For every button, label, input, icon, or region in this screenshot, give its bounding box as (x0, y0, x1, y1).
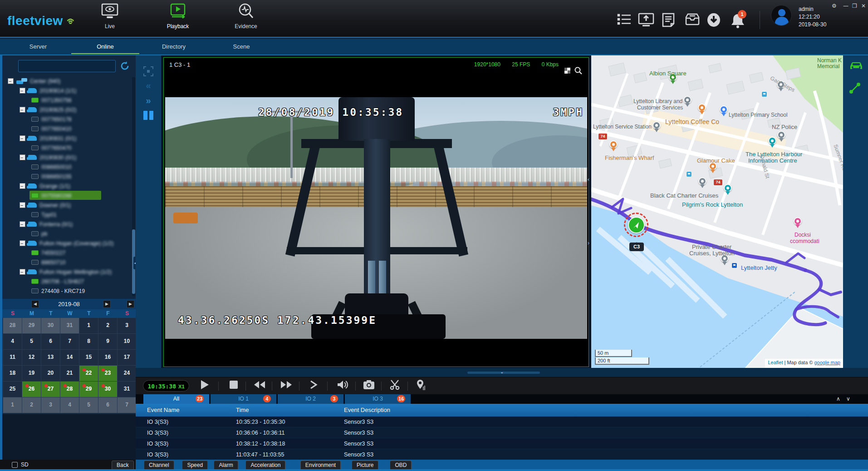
vehicle-mode-icon[interactable] (848, 60, 864, 73)
route-74-badge[interactable]: 74 (713, 179, 723, 186)
tree-device-item[interactable]: 74550227 (4, 248, 130, 258)
calendar-day[interactable]: 28 (3, 318, 22, 333)
sd-checkbox[interactable] (12, 462, 18, 468)
close-icon[interactable]: ✕ (861, 3, 866, 9)
tree-device-item[interactable]: Tpp01 (4, 210, 130, 219)
download-icon[interactable] (706, 13, 721, 27)
calendar-day[interactable]: 9 (98, 334, 117, 349)
step-forward-icon[interactable] (306, 379, 321, 393)
tree-device-item[interactable]: 88650710 (4, 258, 130, 267)
cafe-pin[interactable] (698, 104, 706, 112)
calendar-day[interactable]: 3 (41, 397, 60, 413)
calendar-day-with-recording[interactable]: 26 (22, 382, 41, 397)
restaurant-pin[interactable] (609, 140, 618, 149)
pause-icon[interactable] (142, 111, 155, 122)
alarm-button[interactable]: Alarm (214, 461, 238, 470)
tree-group-item[interactable]: 20190814 (1/1) (4, 86, 130, 95)
tree-expander-icon[interactable] (20, 240, 25, 246)
calendar-day[interactable]: 1 (3, 397, 22, 413)
tree-group-item[interactable]: 20190825 (0/2) (4, 105, 130, 114)
calendar-day[interactable]: 4 (60, 397, 79, 413)
google-map-link[interactable]: google map (814, 360, 841, 365)
refresh-icon[interactable] (119, 60, 130, 71)
castle-pin[interactable] (724, 184, 732, 192)
library-pin[interactable] (683, 96, 691, 104)
tree-device-item[interactable]: 274408 - KRC719 (4, 286, 130, 296)
tree-group-item[interactable]: Grange (1/1) (4, 181, 130, 191)
event-table-row[interactable]: IO 3(S3)10:36:06 - 10:36:11Sensor3 S3 (136, 427, 868, 438)
calendar-day[interactable]: 12 (22, 350, 41, 365)
calendar-day[interactable]: 11 (3, 350, 22, 365)
tree-expander-icon[interactable] (20, 221, 25, 227)
export-screen-icon[interactable] (638, 13, 653, 27)
ferry-icon[interactable] (731, 263, 737, 268)
tree-device-item[interactable]: 0075580288 (4, 191, 130, 200)
calendar-day[interactable]: 29 (22, 318, 41, 333)
calendar-prev-button[interactable]: ◀ (31, 300, 39, 308)
minimize-icon[interactable]: — (843, 3, 848, 9)
cruise-pin[interactable] (698, 177, 706, 185)
obd-button[interactable]: OBD (390, 461, 412, 470)
calendar-day-with-recording[interactable]: 23 (98, 366, 117, 381)
attraction-pin[interactable] (768, 137, 776, 145)
tree-group-item[interactable]: Fulton Hogan Wellington (1/2) (4, 267, 130, 277)
video-tile[interactable]: 1 C3 - 1 1920*1080 25 FPS 0 Kbps (163, 57, 589, 367)
zoom-icon[interactable] (574, 67, 582, 76)
tree-group-item[interactable]: Center (940) (4, 76, 130, 86)
event-table-row[interactable]: IO 3(S3)11:03:47 - 11:03:55Sensor3 S3 (136, 449, 868, 460)
tree-group-item[interactable]: 20190831 (0/1) (4, 134, 130, 143)
clip-icon[interactable] (387, 379, 402, 393)
calendar-day[interactable]: 6 (98, 397, 117, 413)
police-pin[interactable] (777, 131, 785, 139)
transit-icon[interactable] (686, 171, 692, 177)
track-link-icon[interactable] (848, 82, 861, 96)
back-button[interactable]: Back (112, 461, 134, 470)
lodging-pin[interactable] (794, 217, 802, 225)
calendar-day[interactable]: 25 (3, 382, 22, 397)
tree-device-item[interactable]: 260706 - LSH827 (4, 277, 130, 286)
fuel-pin[interactable] (652, 121, 661, 129)
event-table-row[interactable]: IO 3(S3)10:35:23 - 10:35:30Sensor3 S3 (136, 416, 868, 427)
expand-right-icon[interactable]: » (142, 95, 155, 106)
tree-expander-icon[interactable] (20, 107, 25, 113)
tree-group-item[interactable]: Fonterra (0/1) (4, 219, 130, 229)
event-tab-all[interactable]: All23 (143, 394, 209, 404)
map-pane[interactable]: Norman KMemorialAlbion SquareLyttelton L… (591, 55, 843, 368)
calendar-day[interactable]: 18 (3, 366, 22, 381)
stop-icon[interactable] (226, 379, 241, 393)
calendar-day[interactable]: 30 (41, 318, 60, 333)
volume-icon[interactable] (335, 379, 350, 393)
tree-device-item[interactable]: 0077650470 (4, 143, 130, 153)
rewind-icon[interactable] (252, 379, 267, 393)
tree-device-item[interactable]: pb (4, 229, 130, 238)
transit-icon[interactable] (761, 91, 767, 97)
calendar-next-year-button[interactable]: ▶ (127, 300, 134, 308)
calendar-day[interactable]: 21 (60, 366, 79, 381)
calendar-day-with-recording[interactable]: 29 (79, 382, 98, 397)
tree-device-item[interactable]: 0086650010 (4, 162, 130, 172)
nav-evidence[interactable]: Evidence (221, 3, 271, 30)
nav-live[interactable]: Live (85, 3, 135, 30)
tree-expander-icon[interactable] (20, 88, 25, 94)
picture-button[interactable]: Picture (352, 461, 378, 470)
tree-expander-icon[interactable] (20, 135, 25, 141)
tree-device-item[interactable]: 0086650155 (4, 172, 130, 181)
calendar-day[interactable]: 2 (22, 397, 41, 413)
calendar-day[interactable]: 7 (118, 397, 136, 413)
maximize-icon[interactable]: ❐ (852, 3, 857, 9)
grocery-pin[interactable] (720, 105, 728, 114)
list-icon[interactable] (617, 13, 633, 27)
fullscreen-icon[interactable] (142, 66, 155, 78)
calendar-day[interactable]: 13 (41, 350, 60, 365)
tree-group-item[interactable]: Downer (0/1) (4, 200, 130, 210)
tree-expander-icon[interactable] (20, 183, 25, 189)
tree-expander-icon[interactable] (20, 202, 25, 208)
calendar-day[interactable]: 16 (98, 350, 117, 365)
calendar-day[interactable]: 8 (79, 334, 98, 349)
collapse-panel-icon[interactable]: ⌄ (500, 369, 504, 374)
tab-directory[interactable]: Directory (140, 39, 208, 55)
quality-toggle-icon[interactable] (564, 68, 570, 74)
calendar-day[interactable]: 17 (118, 350, 136, 365)
calendar-day[interactable]: 1 (79, 318, 98, 333)
calendar-day[interactable]: 10 (118, 334, 136, 349)
